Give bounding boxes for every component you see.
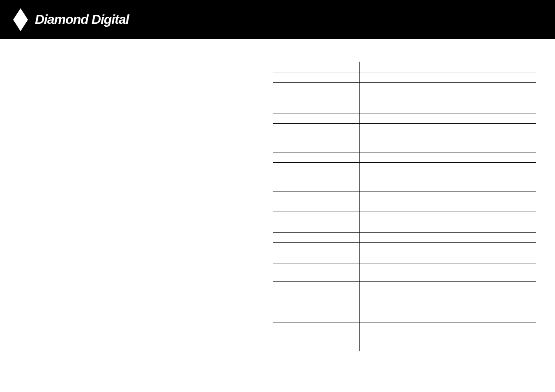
spec-table [273, 62, 536, 351]
table-row [273, 62, 536, 72]
spec-label-cell [273, 191, 359, 212]
spec-label-cell [273, 82, 359, 103]
table-row [273, 152, 536, 162]
table-row [273, 281, 536, 323]
table-row [273, 162, 536, 191]
table-row [273, 212, 536, 222]
spec-label-cell [273, 222, 359, 232]
spec-value-cell [359, 232, 536, 242]
table-row [273, 72, 536, 82]
spec-value-cell [359, 323, 536, 351]
brand-title: Diamond Digital [35, 12, 129, 27]
spec-value-cell [359, 222, 536, 232]
spec-value-cell [359, 263, 536, 281]
spec-value-cell [359, 62, 536, 72]
spec-value-cell [359, 281, 536, 323]
spec-value-cell [359, 242, 536, 263]
spec-label-cell [273, 152, 359, 162]
spec-value-cell [359, 103, 536, 113]
spec-label-cell [273, 123, 359, 152]
spec-label-cell [273, 162, 359, 191]
spec-label-cell [273, 263, 359, 281]
spec-label-cell [273, 113, 359, 123]
svg-marker-0 [13, 8, 28, 31]
spec-value-cell [359, 212, 536, 222]
spec-value-cell [359, 123, 536, 152]
spec-value-cell [359, 162, 536, 191]
spec-value-cell [359, 152, 536, 162]
spec-label-cell [273, 281, 359, 323]
table-row [273, 123, 536, 152]
table-row [273, 263, 536, 281]
spec-value-cell [359, 82, 536, 103]
table-row [273, 82, 536, 103]
table-row [273, 232, 536, 242]
spec-value-cell [359, 113, 536, 123]
header-bar: Diamond Digital [0, 0, 555, 39]
table-row [273, 113, 536, 123]
table-row [273, 222, 536, 232]
table-row [273, 191, 536, 212]
spec-table-wrap [273, 62, 536, 351]
spec-label-cell [273, 323, 359, 351]
spec-label-cell [273, 242, 359, 263]
spec-label-cell [273, 72, 359, 82]
spec-label-cell [273, 212, 359, 222]
table-row [273, 323, 536, 351]
spec-label-cell [273, 62, 359, 72]
spec-label-cell [273, 103, 359, 113]
table-row [273, 103, 536, 113]
table-row [273, 242, 536, 263]
spec-value-cell [359, 72, 536, 82]
spec-label-cell [273, 232, 359, 242]
spec-value-cell [359, 191, 536, 212]
diamond-icon [12, 7, 29, 32]
